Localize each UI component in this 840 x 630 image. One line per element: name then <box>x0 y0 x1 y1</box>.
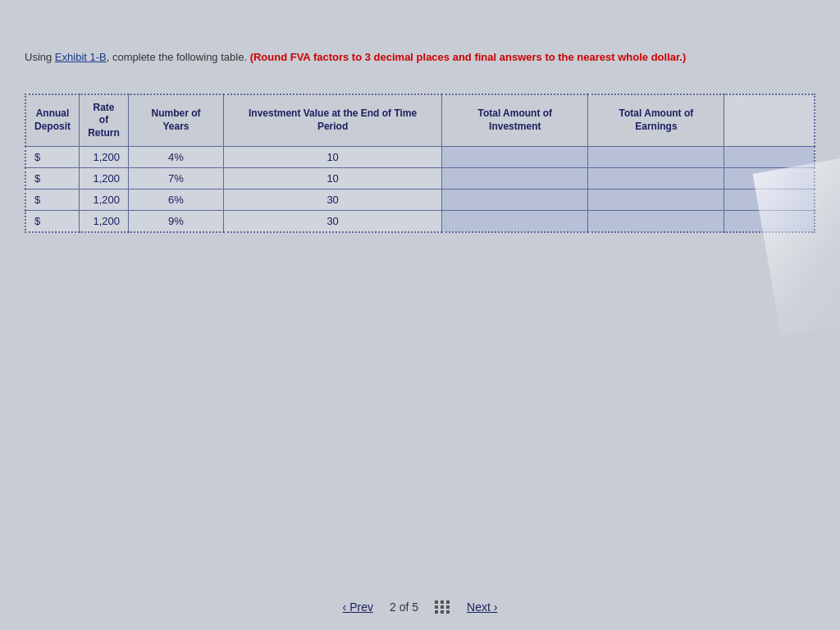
instruction-text: Using Exhibit 1-B, complete the followin… <box>25 49 763 66</box>
investment-value-input-4[interactable] <box>442 211 588 233</box>
total-earnings-input-4[interactable] <box>724 211 815 233</box>
header-annual-deposit: Annual Deposit <box>25 94 80 147</box>
header-total-earnings: Total Amount of Earnings <box>588 94 724 147</box>
header-total-investment: Total Amount of Investment <box>442 94 588 147</box>
rate-1: 4% <box>129 147 224 168</box>
dollar-4: $ <box>25 211 80 233</box>
page-total: 5 <box>412 600 418 614</box>
page-of: of <box>399 600 409 614</box>
total-investment-input-2[interactable] <box>588 168 724 189</box>
header-number-of-years: Number of Years <box>129 94 224 147</box>
dollar-2: $ <box>25 168 80 189</box>
next-arrow-icon: › <box>491 600 498 614</box>
bottom-nav: ‹ Prev 2 of 5 Next › <box>0 600 840 614</box>
investment-value-input-3[interactable] <box>442 189 588 211</box>
rate-3: 6% <box>129 189 224 211</box>
dollar-1: $ <box>25 147 80 168</box>
deposit-3: 1,200 <box>80 189 129 211</box>
page-current: 2 <box>390 600 396 614</box>
next-button[interactable]: Next › <box>467 600 497 614</box>
header-rate-of-return: Rate of Return <box>80 94 129 147</box>
investment-table: Annual Deposit Rate of Return Number of … <box>25 94 815 234</box>
total-investment-input-3[interactable] <box>588 189 724 211</box>
table-row: $ 1,200 4% 10 <box>25 147 815 168</box>
grid-icon <box>435 600 450 614</box>
table-row: $ 1,200 6% 30 <box>25 189 815 211</box>
investment-value-input-1[interactable] <box>442 147 588 168</box>
exhibit-link[interactable]: Exhibit 1-B <box>55 51 107 63</box>
table-row: $ 1,200 7% 10 <box>25 168 815 189</box>
years-2: 10 <box>224 168 442 189</box>
prev-button[interactable]: ‹ Prev <box>343 600 373 614</box>
total-investment-input-1[interactable] <box>588 147 724 168</box>
instruction-bold: (Round FVA factors to 3 decimal places a… <box>250 51 687 63</box>
rate-4: 9% <box>129 211 224 233</box>
header-investment-value: Investment Value at the End of Time Peri… <box>224 94 442 147</box>
instruction-prefix: Using <box>25 51 55 63</box>
total-investment-input-4[interactable] <box>588 211 724 233</box>
years-1: 10 <box>224 147 442 168</box>
dollar-3: $ <box>25 189 80 211</box>
total-earnings-input-2[interactable] <box>724 168 815 189</box>
deposit-2: 1,200 <box>80 168 129 189</box>
investment-value-input-2[interactable] <box>442 168 588 189</box>
years-3: 30 <box>224 189 442 211</box>
table-wrapper: Annual Deposit Rate of Return Number of … <box>25 94 815 234</box>
deposit-4: 1,200 <box>80 211 129 233</box>
years-4: 30 <box>224 211 442 233</box>
page-container: Using Exhibit 1-B, complete the followin… <box>0 0 840 630</box>
deposit-1: 1,200 <box>80 147 129 168</box>
table-row: $ 1,200 9% 30 <box>25 211 815 233</box>
page-info: 2 of 5 <box>390 600 418 614</box>
rate-2: 7% <box>129 168 224 189</box>
total-earnings-input-1[interactable] <box>724 147 815 168</box>
total-earnings-input-3[interactable] <box>724 189 815 211</box>
instruction-middle: , complete the following table. <box>107 51 250 63</box>
prev-arrow-icon: ‹ <box>343 600 350 614</box>
